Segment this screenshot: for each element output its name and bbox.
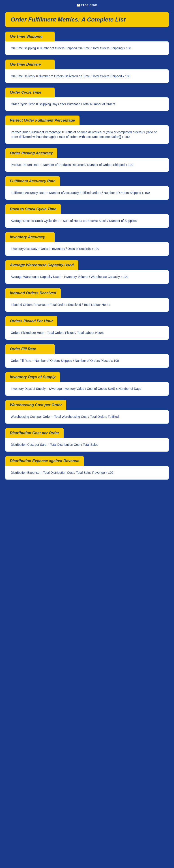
- metric-body-warehousing-cost-per-order: Warehousing Cost per Order = Total Wareh…: [5, 410, 169, 424]
- metric-formula-inventory-accuracy: Inventory Accuracy = Units in Inventory …: [11, 247, 163, 251]
- metric-header-distribution-expense-against-revenue: Distribution Expense against Revenue: [5, 456, 84, 466]
- metric-header-order-picking-accuracy: Order Picking Accuracy: [5, 148, 57, 158]
- metric-block-distribution-expense-against-revenue: Distribution Expense against RevenueDist…: [5, 456, 169, 479]
- metric-block-fulfilment-accuracy-rate: Fulfilment Accuracy RateFulfilment Accur…: [5, 176, 169, 200]
- metric-title-inventory-accuracy: Inventory Accuracy: [10, 235, 50, 239]
- metric-block-inventory-accuracy: Inventory AccuracyInventory Accuracy = U…: [5, 232, 169, 256]
- metric-formula-on-time-delivery: On-Time Delivery = Number of Orders Deli…: [11, 74, 163, 79]
- metric-formula-orders-picked-per-hour: Orders Picked per Hour = Total Orders Pi…: [11, 331, 163, 335]
- metric-body-inbound-orders-received: Inbound Orders Received = Total Orders R…: [5, 298, 169, 312]
- metric-header-order-fill-rate: Order Fill Rate: [5, 344, 55, 354]
- metric-body-dock-to-stock-cycle-time: Average Dock-to-Stock Cycle Time = Sum o…: [5, 214, 169, 228]
- metric-block-warehousing-cost-per-order: Warehousing Cost per OrderWarehousing Co…: [5, 400, 169, 424]
- metric-body-orders-picked-per-hour: Orders Picked per Hour = Total Orders Pi…: [5, 326, 169, 340]
- main-title: Order Fulfilment Metrics: A Complete Lis…: [11, 16, 163, 23]
- metric-body-perfect-order-fulfilment: Perfect Order Fulfilment Percentage = [(…: [5, 125, 169, 144]
- metric-formula-distribution-expense-against-revenue: Distribution Expense = Total Distributio…: [11, 470, 163, 475]
- metric-body-order-fill-rate: Order Fill Rate = Number of Orders Shipp…: [5, 354, 169, 368]
- metric-body-on-time-shipping: On-Time Shipping = Number of Orders Ship…: [5, 41, 169, 55]
- metric-body-fulfilment-accuracy-rate: Fulfilment Accuracy Rate = Number of Acc…: [5, 186, 169, 200]
- page-header: P PAGE SEND: [0, 0, 174, 8]
- metric-body-distribution-cost-per-order: Distribution Cost per Sale = Total Distr…: [5, 438, 169, 452]
- metric-header-fulfilment-accuracy-rate: Fulfilment Accuracy Rate: [5, 176, 60, 186]
- metric-title-order-fill-rate: Order Fill Rate: [10, 347, 50, 351]
- metric-header-dock-to-stock-cycle-time: Dock to Stock Cycle Time: [5, 204, 61, 214]
- logo-icon: P: [77, 4, 80, 6]
- metric-formula-dock-to-stock-cycle-time: Average Dock-to-Stock Cycle Time = Sum o…: [11, 218, 163, 223]
- metric-body-inventory-days-of-supply: Inventory Days of Supply = (Average Inve…: [5, 382, 169, 396]
- metric-block-inbound-orders-received: Inbound Orders ReceivedInbound Orders Re…: [5, 288, 169, 312]
- metric-title-order-cycle-time: Order Cycle Time: [10, 90, 50, 95]
- metric-title-inbound-orders-received: Inbound Orders Received: [10, 291, 56, 295]
- metric-formula-order-cycle-time: Order Cycle Time = Shipping Days after P…: [11, 102, 163, 106]
- metric-title-on-time-delivery: On-Time Delivery: [10, 62, 50, 67]
- metric-title-orders-picked-per-hour: Orders Picked Per Hour: [10, 319, 53, 323]
- metric-title-perfect-order-fulfilment: Perfect Order Fulfilment Percentage: [10, 118, 75, 123]
- metric-block-dock-to-stock-cycle-time: Dock to Stock Cycle TimeAverage Dock-to-…: [5, 204, 169, 228]
- metric-header-on-time-delivery: On-Time Delivery: [5, 60, 55, 69]
- metric-title-fulfilment-accuracy-rate: Fulfilment Accuracy Rate: [10, 179, 55, 183]
- metric-body-on-time-delivery: On-Time Delivery = Number of Orders Deli…: [5, 69, 169, 83]
- metric-title-order-picking-accuracy: Order Picking Accuracy: [10, 151, 53, 155]
- metric-header-inventory-accuracy: Inventory Accuracy: [5, 232, 55, 242]
- metric-title-distribution-cost-per-order: Distribution Cost per Order: [10, 431, 59, 435]
- metric-body-order-cycle-time: Order Cycle Time = Shipping Days after P…: [5, 97, 169, 111]
- metric-title-on-time-shipping: On-Time Shipping: [10, 34, 50, 39]
- metric-formula-average-warehouse-capacity: Average Warehouse Capacity Used = Invent…: [11, 275, 163, 279]
- metric-body-distribution-expense-against-revenue: Distribution Expense = Total Distributio…: [5, 466, 169, 479]
- metric-block-on-time-shipping: On-Time ShippingOn-Time Shipping = Numbe…: [5, 32, 169, 55]
- metric-header-inventory-days-of-supply: Inventory Days of Supply: [5, 372, 60, 382]
- page-logo: P PAGE SEND: [77, 4, 97, 6]
- metric-header-average-warehouse-capacity: Average Warehouse Capacity Used: [5, 260, 78, 270]
- metric-block-order-picking-accuracy: Order Picking AccuracyProduct Return Rat…: [5, 148, 169, 172]
- metric-block-inventory-days-of-supply: Inventory Days of SupplyInventory Days o…: [5, 372, 169, 396]
- metrics-container: On-Time ShippingOn-Time Shipping = Numbe…: [0, 32, 174, 489]
- metric-title-dock-to-stock-cycle-time: Dock to Stock Cycle Time: [10, 207, 56, 211]
- metric-formula-inbound-orders-received: Inbound Orders Received = Total Orders R…: [11, 303, 163, 307]
- metric-formula-order-fill-rate: Order Fill Rate = Number of Orders Shipp…: [11, 359, 163, 363]
- logo-text: PAGE SEND: [81, 4, 97, 6]
- metric-header-order-cycle-time: Order Cycle Time: [5, 88, 55, 97]
- main-title-section: Order Fulfilment Metrics: A Complete Lis…: [0, 8, 174, 32]
- metric-title-warehousing-cost-per-order: Warehousing Cost per Order: [10, 403, 62, 407]
- metric-header-warehousing-cost-per-order: Warehousing Cost per Order: [5, 400, 66, 410]
- metric-formula-distribution-cost-per-order: Distribution Cost per Sale = Total Distr…: [11, 442, 163, 447]
- metric-header-distribution-cost-per-order: Distribution Cost per Order: [5, 428, 64, 438]
- metric-block-order-fill-rate: Order Fill RateOrder Fill Rate = Number …: [5, 344, 169, 368]
- metric-body-average-warehouse-capacity: Average Warehouse Capacity Used = Invent…: [5, 270, 169, 284]
- main-title-box: Order Fulfilment Metrics: A Complete Lis…: [5, 12, 169, 27]
- metric-block-on-time-delivery: On-Time DeliveryOn-Time Delivery = Numbe…: [5, 60, 169, 83]
- metric-formula-order-picking-accuracy: Product Return Rate = Number of Products…: [11, 162, 163, 167]
- metric-block-order-cycle-time: Order Cycle TimeOrder Cycle Time = Shipp…: [5, 88, 169, 111]
- metric-header-perfect-order-fulfilment: Perfect Order Fulfilment Percentage: [5, 116, 80, 125]
- metric-formula-on-time-shipping: On-Time Shipping = Number of Orders Ship…: [11, 46, 163, 51]
- metric-formula-inventory-days-of-supply: Inventory Days of Supply = (Average Inve…: [11, 386, 163, 391]
- metric-header-on-time-shipping: On-Time Shipping: [5, 32, 55, 41]
- metric-body-order-picking-accuracy: Product Return Rate = Number of Products…: [5, 158, 169, 172]
- metric-block-average-warehouse-capacity: Average Warehouse Capacity UsedAverage W…: [5, 260, 169, 284]
- metric-formula-warehousing-cost-per-order: Warehousing Cost per Order = Total Wareh…: [11, 414, 163, 419]
- metric-header-orders-picked-per-hour: Orders Picked Per Hour: [5, 316, 57, 326]
- metric-body-inventory-accuracy: Inventory Accuracy = Units in Inventory …: [5, 242, 169, 256]
- metric-formula-fulfilment-accuracy-rate: Fulfilment Accuracy Rate = Number of Acc…: [11, 190, 163, 195]
- metric-header-inbound-orders-received: Inbound Orders Received: [5, 288, 61, 298]
- metric-block-orders-picked-per-hour: Orders Picked Per HourOrders Picked per …: [5, 316, 169, 340]
- metric-block-perfect-order-fulfilment: Perfect Order Fulfilment PercentagePerfe…: [5, 116, 169, 144]
- metric-title-distribution-expense-against-revenue: Distribution Expense against Revenue: [10, 459, 79, 463]
- metric-formula-perfect-order-fulfilment: Perfect Order Fulfilment Percentage = [(…: [11, 130, 163, 139]
- metric-block-distribution-cost-per-order: Distribution Cost per OrderDistribution …: [5, 428, 169, 452]
- metric-title-average-warehouse-capacity: Average Warehouse Capacity Used: [10, 263, 74, 267]
- metric-title-inventory-days-of-supply: Inventory Days of Supply: [10, 375, 56, 379]
